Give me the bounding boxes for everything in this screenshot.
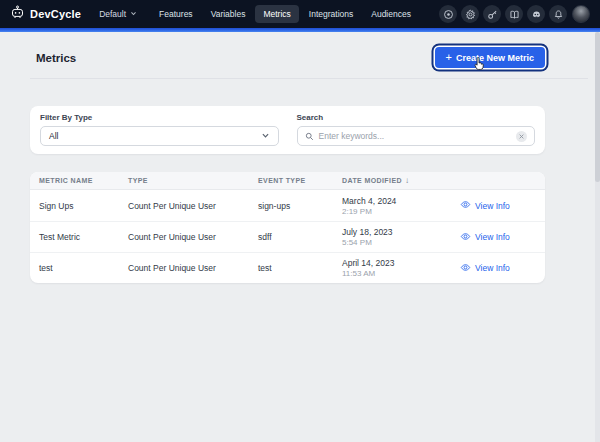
nav-item-audiences[interactable]: Audiences (363, 5, 419, 23)
devcycle-robot-icon (10, 5, 25, 24)
eye-icon (460, 199, 471, 212)
chevron-down-icon (261, 131, 270, 142)
app-window: DevCycle Default Features Variables Metr… (0, 0, 600, 442)
header-divider (30, 78, 588, 79)
key-icon[interactable] (483, 5, 501, 23)
date-modified-cell: April 14, 2023 11:53 AM (342, 258, 460, 278)
sort-descending-icon: ↓ (405, 176, 409, 185)
date-modified-cell: July 18, 2023 5:54 PM (342, 227, 460, 247)
table-header-row: Metric Name Type Event Type Date Modifie… (30, 172, 545, 190)
plus-icon: + (446, 52, 452, 63)
column-header-event-type[interactable]: Event Type (258, 177, 342, 184)
top-navbar: DevCycle Default Features Variables Metr… (0, 0, 600, 28)
docs-book-icon[interactable] (505, 5, 523, 23)
chevron-down-icon (130, 9, 137, 19)
eye-icon (460, 262, 471, 275)
search-icon (305, 127, 314, 145)
gear-icon[interactable] (461, 5, 479, 23)
view-info-link[interactable]: View Info (460, 231, 545, 244)
column-header-metric-name[interactable]: Metric Name (39, 177, 128, 184)
table-row: Sign Ups Count Per Unique User sign-ups … (30, 190, 545, 221)
bell-icon[interactable] (549, 5, 567, 23)
brand-name: DevCycle (30, 8, 81, 20)
column-header-date-modified[interactable]: Date Modified ↓ (342, 176, 460, 185)
project-selector-label: Default (99, 9, 126, 19)
filter-by-type-label: Filter By Type (40, 113, 279, 122)
nav-item-features[interactable]: Features (151, 5, 201, 23)
create-new-metric-label: Create New Metric (456, 53, 534, 63)
page-title: Metrics (36, 52, 76, 64)
type-cell: Count Per Unique User (128, 263, 258, 273)
user-avatar[interactable] (572, 5, 590, 23)
search-label: Search (297, 113, 536, 122)
metrics-table: Metric Name Type Event Type Date Modifie… (30, 172, 545, 283)
eye-icon (460, 231, 471, 244)
project-selector-dropdown[interactable]: Default (99, 9, 137, 19)
metric-name-cell: Test Metric (39, 232, 128, 242)
scrollbar-thumb[interactable] (595, 32, 600, 182)
devcycle-logo[interactable]: DevCycle (10, 5, 81, 24)
table-body: Sign Ups Count Per Unique User sign-ups … (30, 190, 545, 283)
search-input[interactable]: Enter keywords... (297, 126, 536, 146)
date-modified-cell: March 4, 2024 2:19 PM (342, 196, 460, 216)
discord-icon[interactable] (527, 5, 545, 23)
create-new-metric-button[interactable]: + Create New Metric (435, 47, 545, 68)
filter-type-select[interactable]: All (40, 126, 279, 146)
table-row: Test Metric Count Per Unique User sdff J… (30, 221, 545, 252)
primary-nav: Features Variables Metrics Integrations … (151, 5, 419, 23)
metric-name-cell: test (39, 263, 128, 273)
nav-icon-buttons (439, 5, 567, 23)
type-cell: Count Per Unique User (128, 201, 258, 211)
clear-search-button[interactable] (516, 131, 527, 142)
event-type-cell: sign-ups (258, 201, 342, 211)
type-cell: Count Per Unique User (128, 232, 258, 242)
view-info-link[interactable]: View Info (460, 262, 545, 275)
column-header-type[interactable]: Type (128, 177, 258, 184)
metric-name-cell: Sign Ups (39, 201, 128, 211)
target-icon[interactable] (439, 5, 457, 23)
nav-item-variables[interactable]: Variables (203, 5, 254, 23)
main-content: Metrics + Create New Metric Filter By Ty… (0, 32, 600, 442)
search-placeholder: Enter keywords... (319, 131, 512, 141)
nav-item-metrics[interactable]: Metrics (255, 5, 298, 23)
nav-item-integrations[interactable]: Integrations (301, 5, 361, 23)
filter-type-value: All (49, 131, 261, 141)
table-row: test Count Per Unique User test April 14… (30, 252, 545, 283)
view-info-link[interactable]: View Info (460, 199, 545, 212)
event-type-cell: test (258, 263, 342, 273)
filter-card: Filter By Type All Search (30, 106, 545, 154)
event-type-cell: sdff (258, 232, 342, 242)
